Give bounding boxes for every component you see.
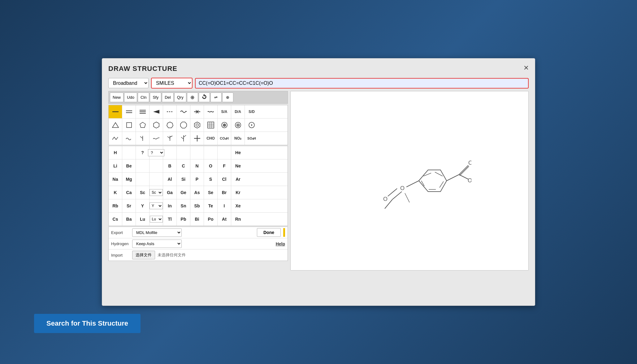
element-At[interactable]: At: [218, 213, 231, 226]
no2-tool[interactable]: NO₂: [231, 132, 245, 145]
element-I[interactable]: I: [218, 199, 231, 212]
element-As[interactable]: As: [190, 186, 204, 199]
element-Ge[interactable]: Ge: [177, 186, 190, 199]
branch1-tool[interactable]: [136, 132, 150, 145]
clean-button[interactable]: Cln: [138, 93, 150, 102]
element-H[interactable]: H: [109, 146, 122, 159]
element-Po[interactable]: Po: [204, 213, 218, 226]
chain2-tool[interactable]: [122, 132, 136, 145]
wave-bond-tool[interactable]: [177, 105, 190, 118]
single-bond-tool[interactable]: [109, 105, 122, 118]
element-He[interactable]: He: [231, 146, 245, 159]
hexagon-tool[interactable]: [150, 119, 163, 132]
flip-button[interactable]: ⇌: [210, 93, 222, 102]
new-button[interactable]: New: [110, 93, 124, 102]
element-Pb[interactable]: Pb: [177, 213, 190, 226]
element-Y[interactable]: Y: [136, 199, 150, 212]
element-Bi[interactable]: Bi: [190, 213, 204, 226]
heptagon-tool[interactable]: [163, 119, 177, 132]
element-Rb[interactable]: Rb: [109, 199, 122, 212]
element-Te[interactable]: Te: [204, 199, 218, 212]
minus-circle-tool[interactable]: ⊖: [231, 119, 245, 132]
element-Be[interactable]: Be: [122, 159, 136, 172]
chain1-tool[interactable]: [109, 132, 122, 145]
double-bond-tool[interactable]: [122, 105, 136, 118]
triangle-tool[interactable]: [109, 119, 122, 132]
cho-tool[interactable]: CHO: [204, 132, 218, 145]
branch3-tool[interactable]: [177, 132, 190, 145]
co2h-tool[interactable]: CO₂H: [218, 132, 231, 145]
element-Sb[interactable]: Sb: [190, 199, 204, 212]
wave3-tool[interactable]: [150, 132, 163, 145]
element-Lu[interactable]: Lu: [136, 213, 150, 226]
rotate-button[interactable]: [199, 93, 210, 102]
element-Al[interactable]: Al: [163, 173, 177, 186]
element-In[interactable]: In: [163, 199, 177, 212]
cross-bond-tool[interactable]: [190, 105, 204, 118]
dash-bond-tool[interactable]: [163, 105, 177, 118]
delete-button[interactable]: Del: [162, 93, 174, 102]
grid-tool[interactable]: [204, 119, 218, 132]
element-S[interactable]: S: [204, 173, 218, 186]
dot-circle-tool[interactable]: [245, 119, 258, 132]
choose-file-button[interactable]: 选择文件: [132, 251, 155, 259]
element-Ca[interactable]: Ca: [122, 186, 136, 199]
element-C[interactable]: C: [177, 159, 190, 172]
element-O[interactable]: O: [204, 159, 218, 172]
element-F[interactable]: F: [218, 159, 231, 172]
triple-bond-tool[interactable]: [136, 105, 150, 118]
query-button[interactable]: Qry: [174, 93, 186, 102]
wave2-bond-tool[interactable]: [204, 105, 218, 118]
element-Rn[interactable]: Rn: [231, 213, 245, 226]
element-Se[interactable]: Se: [204, 186, 218, 199]
element-Y-select[interactable]: YZrNbMoTcRuRhPdAgCd: [150, 199, 163, 212]
da-bond-tool[interactable]: D/A: [231, 105, 245, 118]
done-button[interactable]: Done: [257, 228, 281, 237]
element-K[interactable]: K: [109, 186, 122, 199]
element-P[interactable]: P: [190, 173, 204, 186]
search-button[interactable]: Search for This Structure: [34, 314, 141, 333]
element-Ba[interactable]: Ba: [122, 213, 136, 226]
element-Ga[interactable]: Ga: [163, 186, 177, 199]
element-question-select[interactable]: ? Any: [150, 146, 163, 159]
element-Sc[interactable]: Sc: [136, 186, 150, 199]
aromatic-ring-tool[interactable]: [190, 119, 204, 132]
octagon-tool[interactable]: [177, 119, 190, 132]
canvas-area[interactable]: O O O O: [290, 91, 529, 271]
smiles-format-select[interactable]: SMILES InChI IUPAC: [152, 78, 192, 88]
element-Li[interactable]: Li: [109, 159, 122, 172]
help-button[interactable]: Help: [276, 241, 285, 246]
element-Sc-select[interactable]: ScTiVCrMnFeCoNiCuZn: [150, 186, 163, 199]
element-B[interactable]: B: [163, 159, 177, 172]
smiles-input[interactable]: [196, 79, 528, 88]
sterify-button[interactable]: Sfy: [150, 93, 161, 102]
element-Sr[interactable]: Sr: [122, 199, 136, 212]
element-Br[interactable]: Br: [218, 186, 231, 199]
square-tool[interactable]: [122, 119, 136, 132]
sd-bond-tool[interactable]: S/D: [245, 105, 258, 118]
undo-button[interactable]: Udo: [124, 93, 137, 102]
element-Ar[interactable]: Ar: [231, 173, 245, 186]
so3h-tool[interactable]: SO₃H: [245, 132, 258, 145]
element-Sn[interactable]: Sn: [177, 199, 190, 212]
element-question[interactable]: ?: [136, 146, 150, 159]
arrow-bond-tool[interactable]: [150, 105, 163, 118]
close-button[interactable]: ×: [524, 63, 529, 72]
element-Ne[interactable]: Ne: [231, 159, 245, 172]
plus-circle-tool[interactable]: ⊕: [218, 119, 231, 132]
element-Cs[interactable]: Cs: [109, 213, 122, 226]
element-N[interactable]: N: [190, 159, 204, 172]
element-Si[interactable]: Si: [177, 173, 190, 186]
sa-bond-tool[interactable]: S/A: [218, 105, 231, 118]
cross-tool[interactable]: [190, 132, 204, 145]
pentagon-tool[interactable]: [136, 119, 150, 132]
element-Kr[interactable]: Kr: [231, 186, 245, 199]
broadband-select[interactable]: Broadband: [108, 78, 149, 88]
element-Xe[interactable]: Xe: [231, 199, 245, 212]
element-Cl[interactable]: Cl: [218, 173, 231, 186]
export-select[interactable]: MDL Molfile SMILES InChI CML: [132, 228, 182, 237]
hydrogen-select[interactable]: Keep AsIs Add All Remove All: [132, 240, 182, 248]
element-Lu-select[interactable]: LuHfTaWReOsIrPtAuHg: [150, 213, 163, 226]
element-Na[interactable]: Na: [109, 173, 122, 186]
branch2-tool[interactable]: [163, 132, 177, 145]
